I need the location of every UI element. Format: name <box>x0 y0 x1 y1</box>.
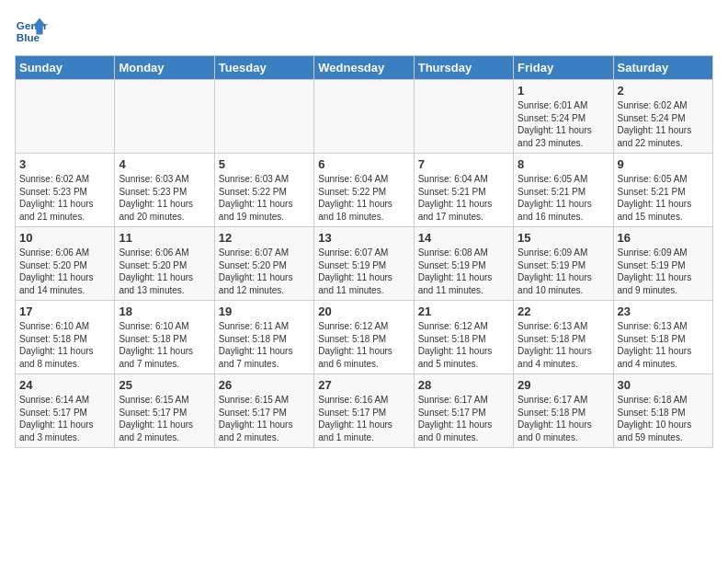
cell-info: Sunrise: 6:10 AM Sunset: 5:18 PM Dayligh… <box>119 320 210 370</box>
cell-info: Sunrise: 6:11 AM Sunset: 5:18 PM Dayligh… <box>219 320 310 370</box>
cell-info: Sunrise: 6:02 AM Sunset: 5:23 PM Dayligh… <box>19 173 110 223</box>
day-number: 15 <box>518 231 609 245</box>
calendar-cell: 21Sunrise: 6:12 AM Sunset: 5:18 PM Dayli… <box>414 301 513 374</box>
calendar-cell: 10Sunrise: 6:06 AM Sunset: 5:20 PM Dayli… <box>16 227 115 301</box>
day-number: 13 <box>318 231 409 245</box>
day-number: 12 <box>219 231 310 245</box>
day-number: 18 <box>119 304 210 318</box>
cell-info: Sunrise: 6:07 AM Sunset: 5:20 PM Dayligh… <box>219 247 310 296</box>
day-number: 16 <box>618 231 709 245</box>
cell-info: Sunrise: 6:09 AM Sunset: 5:19 PM Dayligh… <box>618 247 709 296</box>
calendar-cell: 7Sunrise: 6:04 AM Sunset: 5:21 PM Daylig… <box>414 154 513 227</box>
cell-info: Sunrise: 6:01 AM Sunset: 5:24 PM Dayligh… <box>518 99 609 149</box>
calendar-cell: 13Sunrise: 6:07 AM Sunset: 5:19 PM Dayli… <box>314 227 414 301</box>
calendar-cell: 20Sunrise: 6:12 AM Sunset: 5:18 PM Dayli… <box>314 301 414 374</box>
day-header-wednesday: Wednesday <box>314 56 414 80</box>
day-number: 2 <box>618 84 709 98</box>
calendar-cell: 29Sunrise: 6:17 AM Sunset: 5:18 PM Dayli… <box>514 374 613 448</box>
day-number: 1 <box>518 84 609 98</box>
day-number: 10 <box>19 231 110 245</box>
day-header-monday: Monday <box>115 56 214 80</box>
calendar-cell: 14Sunrise: 6:08 AM Sunset: 5:19 PM Dayli… <box>414 227 513 301</box>
logo: General Blue <box>15 15 51 48</box>
cell-info: Sunrise: 6:04 AM Sunset: 5:22 PM Dayligh… <box>318 173 409 223</box>
cell-info: Sunrise: 6:03 AM Sunset: 5:23 PM Dayligh… <box>119 173 210 223</box>
logo-icon: General Blue <box>15 15 48 48</box>
day-header-friday: Friday <box>514 56 613 80</box>
calendar-cell: 6Sunrise: 6:04 AM Sunset: 5:22 PM Daylig… <box>314 154 414 227</box>
cell-info: Sunrise: 6:12 AM Sunset: 5:18 PM Dayligh… <box>318 320 409 370</box>
day-number: 17 <box>19 304 110 318</box>
calendar-cell <box>16 80 115 154</box>
calendar-cell: 22Sunrise: 6:13 AM Sunset: 5:18 PM Dayli… <box>514 301 613 374</box>
calendar-cell <box>414 80 513 154</box>
day-number: 25 <box>119 378 210 392</box>
calendar-cell: 27Sunrise: 6:16 AM Sunset: 5:17 PM Dayli… <box>314 374 414 448</box>
cell-info: Sunrise: 6:13 AM Sunset: 5:18 PM Dayligh… <box>518 320 609 370</box>
day-number: 19 <box>219 304 310 318</box>
day-number: 28 <box>418 378 509 392</box>
calendar-cell: 3Sunrise: 6:02 AM Sunset: 5:23 PM Daylig… <box>16 154 115 227</box>
cell-info: Sunrise: 6:17 AM Sunset: 5:18 PM Dayligh… <box>518 394 609 443</box>
day-number: 26 <box>219 378 310 392</box>
day-number: 4 <box>119 157 210 171</box>
calendar-cell <box>115 80 214 154</box>
calendar-cell: 12Sunrise: 6:07 AM Sunset: 5:20 PM Dayli… <box>214 227 313 301</box>
cell-info: Sunrise: 6:06 AM Sunset: 5:20 PM Dayligh… <box>19 247 110 296</box>
calendar-cell: 26Sunrise: 6:15 AM Sunset: 5:17 PM Dayli… <box>214 374 313 448</box>
calendar-cell: 5Sunrise: 6:03 AM Sunset: 5:22 PM Daylig… <box>214 154 313 227</box>
calendar-cell: 9Sunrise: 6:05 AM Sunset: 5:21 PM Daylig… <box>613 154 712 227</box>
calendar-cell: 1Sunrise: 6:01 AM Sunset: 5:24 PM Daylig… <box>514 80 613 154</box>
day-header-sunday: Sunday <box>16 56 115 80</box>
cell-info: Sunrise: 6:16 AM Sunset: 5:17 PM Dayligh… <box>318 394 409 443</box>
cell-info: Sunrise: 6:15 AM Sunset: 5:17 PM Dayligh… <box>219 394 310 443</box>
cell-info: Sunrise: 6:05 AM Sunset: 5:21 PM Dayligh… <box>618 173 709 223</box>
day-number: 27 <box>318 378 409 392</box>
calendar-cell: 25Sunrise: 6:15 AM Sunset: 5:17 PM Dayli… <box>115 374 214 448</box>
cell-info: Sunrise: 6:07 AM Sunset: 5:19 PM Dayligh… <box>318 247 409 296</box>
cell-info: Sunrise: 6:13 AM Sunset: 5:18 PM Dayligh… <box>618 320 709 370</box>
calendar-cell: 24Sunrise: 6:14 AM Sunset: 5:17 PM Dayli… <box>16 374 115 448</box>
calendar-cell: 23Sunrise: 6:13 AM Sunset: 5:18 PM Dayli… <box>613 301 712 374</box>
cell-info: Sunrise: 6:10 AM Sunset: 5:18 PM Dayligh… <box>19 320 110 370</box>
page-header: General Blue <box>15 15 713 48</box>
cell-info: Sunrise: 6:12 AM Sunset: 5:18 PM Dayligh… <box>418 320 509 370</box>
cell-info: Sunrise: 6:04 AM Sunset: 5:21 PM Dayligh… <box>418 173 509 223</box>
day-number: 3 <box>19 157 110 171</box>
day-number: 22 <box>518 304 609 318</box>
calendar-cell: 30Sunrise: 6:18 AM Sunset: 5:18 PM Dayli… <box>613 374 712 448</box>
day-number: 14 <box>418 231 509 245</box>
day-number: 5 <box>219 157 310 171</box>
calendar-cell: 15Sunrise: 6:09 AM Sunset: 5:19 PM Dayli… <box>514 227 613 301</box>
cell-info: Sunrise: 6:06 AM Sunset: 5:20 PM Dayligh… <box>119 247 210 296</box>
day-number: 21 <box>418 304 509 318</box>
calendar-cell: 11Sunrise: 6:06 AM Sunset: 5:20 PM Dayli… <box>115 227 214 301</box>
cell-info: Sunrise: 6:09 AM Sunset: 5:19 PM Dayligh… <box>518 247 609 296</box>
calendar-cell: 17Sunrise: 6:10 AM Sunset: 5:18 PM Dayli… <box>16 301 115 374</box>
cell-info: Sunrise: 6:14 AM Sunset: 5:17 PM Dayligh… <box>19 394 110 443</box>
day-number: 20 <box>318 304 409 318</box>
cell-info: Sunrise: 6:18 AM Sunset: 5:18 PM Dayligh… <box>618 394 709 443</box>
cell-info: Sunrise: 6:15 AM Sunset: 5:17 PM Dayligh… <box>119 394 210 443</box>
calendar-cell <box>314 80 414 154</box>
day-number: 6 <box>318 157 409 171</box>
day-number: 29 <box>518 378 609 392</box>
cell-info: Sunrise: 6:08 AM Sunset: 5:19 PM Dayligh… <box>418 247 509 296</box>
day-number: 30 <box>618 378 709 392</box>
day-header-tuesday: Tuesday <box>214 56 313 80</box>
calendar-cell: 8Sunrise: 6:05 AM Sunset: 5:21 PM Daylig… <box>514 154 613 227</box>
day-number: 11 <box>119 231 210 245</box>
cell-info: Sunrise: 6:02 AM Sunset: 5:24 PM Dayligh… <box>618 99 709 149</box>
calendar-cell <box>214 80 313 154</box>
day-number: 7 <box>418 157 509 171</box>
day-number: 24 <box>19 378 110 392</box>
calendar-cell: 4Sunrise: 6:03 AM Sunset: 5:23 PM Daylig… <box>115 154 214 227</box>
calendar-cell: 18Sunrise: 6:10 AM Sunset: 5:18 PM Dayli… <box>115 301 214 374</box>
calendar-cell: 2Sunrise: 6:02 AM Sunset: 5:24 PM Daylig… <box>613 80 712 154</box>
cell-info: Sunrise: 6:03 AM Sunset: 5:22 PM Dayligh… <box>219 173 310 223</box>
calendar-table: SundayMondayTuesdayWednesdayThursdayFrid… <box>15 55 713 448</box>
cell-info: Sunrise: 6:17 AM Sunset: 5:17 PM Dayligh… <box>418 394 509 443</box>
calendar-cell: 28Sunrise: 6:17 AM Sunset: 5:17 PM Dayli… <box>414 374 513 448</box>
cell-info: Sunrise: 6:05 AM Sunset: 5:21 PM Dayligh… <box>518 173 609 223</box>
day-number: 23 <box>618 304 709 318</box>
